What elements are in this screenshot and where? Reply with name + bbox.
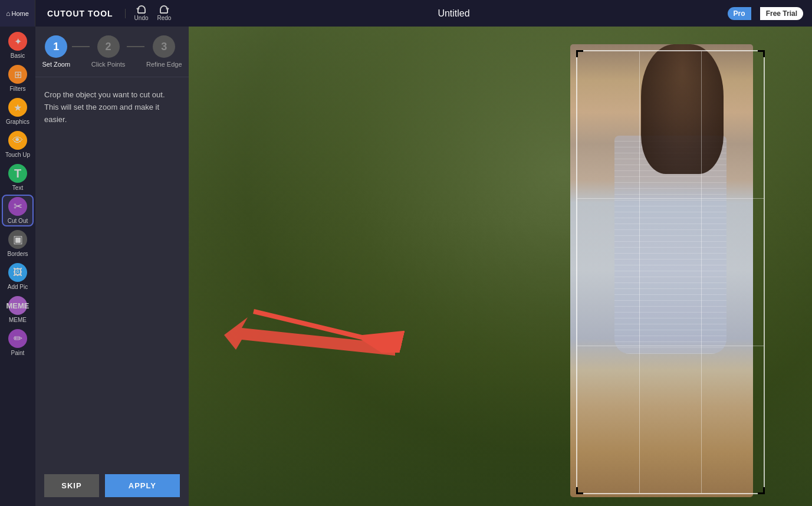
sidebar-item-touchup[interactable]: 👁 Touch Up [2,129,34,160]
panel-buttons: SKIP APPLY [35,465,189,506]
meme-icon: MEME [8,296,27,315]
panel-content: Crop the object you want to cut out. Thi… [35,77,189,465]
addpic-label: Add Pic [8,284,28,290]
step-connector-1 [72,46,90,47]
instruction-text: Crop the object you want to cut out. Thi… [44,89,180,126]
addpic-icon: 🖼 [8,263,27,282]
crop-line-h2 [577,346,764,346]
cutout-label: Cut Out [8,218,28,224]
step-2: 2 Click Points [91,35,125,68]
crop-line-v2 [701,51,702,493]
crop-corner-tl [576,50,583,57]
paint-label: Paint [11,350,25,356]
sidebar-item-basic[interactable]: ✦ Basic [2,29,34,61]
borders-icon: ▣ [8,230,27,249]
step-3: 3 Refine Edge [146,35,182,68]
crop-corner-bl [576,487,583,494]
crop-frame[interactable] [576,50,765,494]
sidebar-item-graphics[interactable]: ★ Graphics [2,96,34,127]
apply-button[interactable]: APPLY [105,474,180,497]
step-2-label: Click Points [91,61,125,68]
touchup-label: Touch Up [5,152,30,158]
sidebar-item-text[interactable]: T Text [2,162,34,193]
sidebar-item-borders[interactable]: ▣ Borders [2,228,34,259]
home-label: Home [11,10,28,17]
text-icon: T [8,164,27,183]
touchup-icon: 👁 [8,131,27,150]
cutout-panel: 1 Set Zoom 2 Click Points 3 Refine Edge … [35,27,189,506]
crop-line-v1 [639,51,640,493]
home-icon: ⌂ [6,9,10,18]
text-label: Text [12,185,23,191]
paint-icon: ✏ [8,329,27,348]
borders-label: Borders [7,251,28,257]
skip-button[interactable]: SKIP [44,474,99,497]
step-1-circle: 1 [45,35,67,58]
sidebar-item-meme[interactable]: MEME MEME [2,294,34,326]
topbar: ⌂ Home CUTOUT TOOL Undo Redo Unti [0,0,812,27]
crop-line-h1 [577,198,764,199]
sidebar-item-paint[interactable]: ✏ Paint [2,327,34,359]
graphics-icon: ★ [8,98,27,117]
crop-corner-br [758,487,765,494]
basic-label: Basic [11,52,25,59]
step-1-label: Set Zoom [42,61,70,68]
undo-button[interactable]: Undo [134,5,149,21]
redo-button[interactable]: Redo [157,5,172,21]
steps-bar: 1 Set Zoom 2 Click Points 3 Refine Edge [35,27,189,77]
step-1: 1 Set Zoom [42,35,70,68]
sidebar-item-filters[interactable]: ⊞ Filters [2,63,34,94]
step-connector-2 [127,46,144,47]
sidebar-item-addpic[interactable]: 🖼 Add Pic [2,261,34,293]
sidebar-item-cutout[interactable]: ✂ Cut Out [2,195,34,226]
graphics-label: Graphics [6,119,29,125]
free-trial-badge: Free Trial [760,7,803,20]
pro-badge: Pro [728,7,751,20]
undo-redo-group: Undo Redo [126,5,180,21]
filters-label: Filters [9,86,25,92]
step-3-circle: 3 [153,35,175,58]
canvas-area[interactable] [189,27,812,506]
crop-corner-tr [758,50,765,57]
filters-icon: ⊞ [8,65,27,84]
document-title: Untitled [180,8,727,19]
step-2-circle: 2 [97,35,120,58]
pro-free-trial-badge[interactable]: Pro Free Trial [728,7,803,20]
tool-title: CUTOUT TOOL [35,9,126,18]
step-3-label: Refine Edge [146,61,182,68]
basic-icon: ✦ [8,32,27,51]
home-button[interactable]: ⌂ Home [0,0,35,27]
cutout-icon: ✂ [8,197,27,216]
meme-label: MEME [9,317,27,323]
left-sidebar: ✦ Basic ⊞ Filters ★ Graphics 👁 Touch Up … [0,27,35,506]
